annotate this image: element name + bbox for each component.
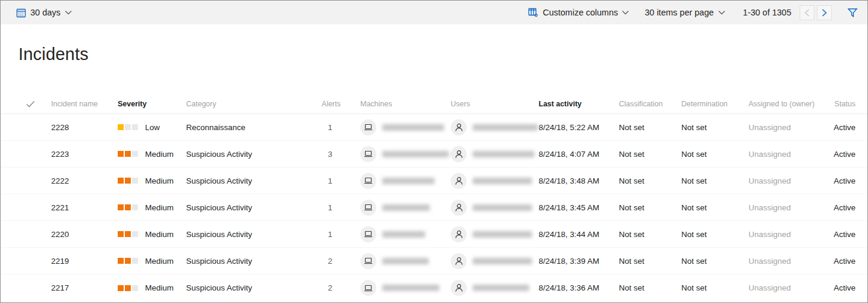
laptop-icon: [364, 176, 373, 185]
severity-segment: [132, 204, 138, 210]
machines-cell[interactable]: [341, 280, 449, 296]
users-cell[interactable]: [449, 253, 539, 269]
category-cell: Suspicious Activity: [186, 230, 302, 239]
chevron-right-icon: [822, 9, 827, 17]
column-header-assigned-to[interactable]: Assigned to (owner): [749, 100, 833, 108]
chevron-down-icon: [718, 10, 725, 15]
last-activity-cell: 8/24/18, 3:48 AM: [539, 176, 619, 185]
alerts-cell: 1: [302, 230, 341, 239]
users-cell[interactable]: [449, 200, 539, 216]
users-cell[interactable]: [449, 119, 539, 135]
machine-name-redacted: [382, 258, 429, 264]
status-cell: Active: [833, 283, 856, 292]
table-columns-gear-icon: [528, 7, 539, 18]
determination-cell: Not set: [681, 203, 749, 212]
user-badge: [451, 173, 467, 189]
users-cell[interactable]: [449, 173, 539, 189]
chevron-down-icon: [65, 10, 72, 15]
assigned-to-cell: Unassigned: [749, 257, 833, 266]
incidents-page: 30 days: [0, 0, 868, 303]
items-per-page-dropdown[interactable]: 30 items per page: [644, 8, 725, 17]
laptop-icon: [364, 123, 373, 131]
table-row[interactable]: 2228 Low Reconnaissance 1: [1, 114, 867, 141]
alerts-cell: 2: [302, 257, 341, 266]
time-range-dropdown[interactable]: 30 days: [16, 8, 72, 18]
user-badge: [451, 280, 467, 296]
machines-cell[interactable]: [341, 119, 449, 135]
severity-segment: [132, 231, 138, 237]
assigned-to-cell: Unassigned: [749, 203, 833, 212]
column-header-alerts[interactable]: Alerts: [302, 100, 341, 108]
severity-cell: Medium: [118, 283, 186, 292]
column-header-machines[interactable]: Machines: [341, 100, 449, 108]
determination-cell: Not set: [681, 230, 749, 239]
chevron-left-icon: [804, 9, 810, 17]
alerts-cell: 1: [302, 123, 341, 132]
user-name-redacted: [473, 258, 532, 264]
severity-segment: [132, 124, 138, 130]
determination-cell: Not set: [681, 283, 749, 292]
table-row[interactable]: 2220 Medium Suspicious Activity 1: [1, 221, 867, 248]
machines-cell[interactable]: [341, 253, 449, 269]
column-header-category[interactable]: Category: [186, 100, 302, 108]
toolbar-right: Customize columns 30 items per page 1-30…: [528, 5, 858, 20]
users-cell[interactable]: [449, 226, 539, 242]
time-range-label: 30 days: [30, 8, 61, 17]
severity-label: Medium: [145, 230, 174, 239]
filter-button[interactable]: [847, 8, 858, 18]
alerts-cell: 1: [302, 176, 341, 185]
user-badge: [451, 226, 467, 242]
person-icon: [455, 283, 463, 292]
assigned-to-cell: Unassigned: [749, 230, 833, 239]
users-cell[interactable]: [449, 146, 539, 162]
user-badge: [451, 253, 467, 269]
status-cell: Active: [833, 150, 856, 159]
column-header-last-activity[interactable]: Last activity: [539, 100, 619, 108]
machines-cell[interactable]: [341, 173, 449, 189]
severity-segment: [125, 258, 131, 264]
table-row[interactable]: 2217 Medium Suspicious Activity 2: [1, 274, 867, 301]
customize-columns-dropdown[interactable]: Customize columns: [528, 7, 630, 18]
column-header-users[interactable]: Users: [449, 100, 539, 108]
assigned-to-cell: Unassigned: [749, 283, 833, 292]
alerts-cell: 2: [302, 283, 341, 292]
items-per-page-label: 30 items per page: [644, 8, 713, 17]
toolbar: 30 days: [1, 1, 867, 24]
table-row[interactable]: 2222 Medium Suspicious Activity 1: [1, 168, 867, 194]
machine-badge: [360, 173, 376, 189]
laptop-icon: [364, 203, 373, 212]
table-row[interactable]: 2219 Medium Suspicious Activity 2: [1, 248, 867, 274]
assigned-to-cell: Unassigned: [749, 176, 833, 185]
column-header-status[interactable]: Status: [833, 100, 856, 108]
prev-page-button[interactable]: [800, 5, 814, 20]
column-header-classification[interactable]: Classification: [619, 100, 681, 108]
classification-cell: Not set: [619, 123, 681, 132]
severity-segment: [118, 124, 124, 130]
users-cell[interactable]: [449, 280, 539, 296]
incident-name-cell: 2223: [51, 150, 118, 159]
laptop-icon: [364, 257, 373, 265]
select-all-checkbox[interactable]: [18, 100, 51, 108]
column-header-severity[interactable]: Severity: [118, 100, 186, 108]
chevron-down-icon: [622, 10, 629, 15]
person-icon: [455, 176, 463, 185]
severity-cell: Low: [118, 123, 186, 132]
status-cell: Active: [833, 176, 856, 185]
pagination-range: 1-30 of 1305: [743, 8, 791, 17]
severity-segment: [118, 178, 124, 184]
last-activity-cell: 8/24/18, 3:39 AM: [539, 257, 619, 266]
column-header-determination[interactable]: Determination: [681, 100, 749, 108]
machines-cell[interactable]: [341, 146, 449, 162]
machines-cell[interactable]: [341, 200, 449, 216]
table-row[interactable]: 2223 Medium Suspicious Activity 3: [1, 141, 867, 168]
severity-segment: [118, 258, 124, 264]
incident-table-body: 2228 Low Reconnaissance 1: [1, 114, 867, 301]
classification-cell: Not set: [619, 257, 681, 266]
table-row[interactable]: 2221 Medium Suspicious Activity 1: [1, 194, 867, 221]
severity-segment: [118, 231, 124, 237]
machines-cell[interactable]: [341, 226, 449, 242]
user-name-redacted: [473, 151, 534, 157]
column-header-incident-name[interactable]: Incident name: [51, 100, 118, 108]
person-icon: [455, 203, 463, 212]
next-page-button[interactable]: [817, 5, 832, 20]
